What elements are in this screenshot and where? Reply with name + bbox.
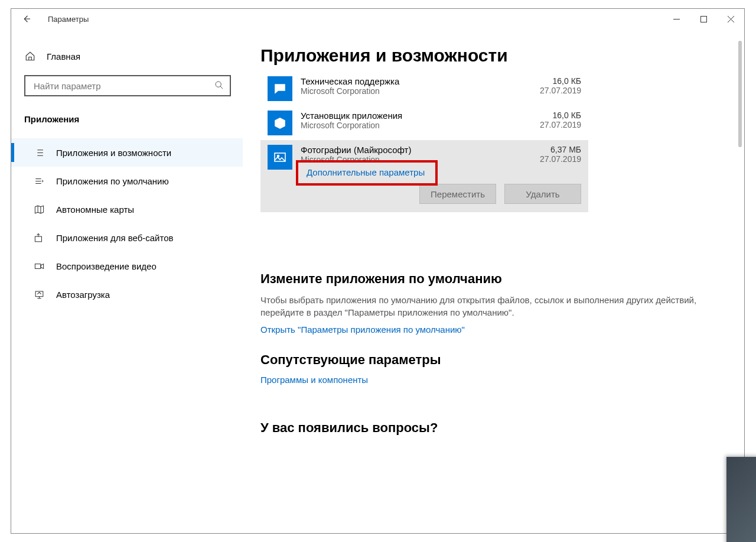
sidebar: Главная Приложения Приложения и возможно…	[11, 29, 243, 533]
window-controls	[663, 9, 744, 29]
default-apps-heading: Измените приложения по умолчанию	[260, 271, 726, 287]
move-button[interactable]: Переместить	[419, 184, 496, 204]
sidebar-item-video-playback[interactable]: Воспроизведение видео	[11, 252, 243, 280]
programs-components-link[interactable]: Программы и компоненты	[260, 375, 368, 385]
app-size: 16,0 КБ	[540, 76, 581, 86]
delete-button[interactable]: Удалить	[504, 184, 581, 204]
support-icon	[268, 76, 292, 101]
app-name: Техническая поддержка	[301, 76, 540, 86]
app-date: 27.07.2019	[540, 154, 581, 164]
map-icon	[32, 204, 45, 215]
svg-rect-19	[35, 264, 41, 268]
sidebar-item-offline-maps[interactable]: Автономные карты	[11, 195, 243, 223]
default-apps-icon	[32, 176, 45, 187]
sidebar-item-label: Воспроизведение видео	[56, 261, 157, 271]
video-icon	[32, 261, 45, 272]
app-size: 6,37 МБ	[540, 145, 581, 154]
highlight-box: Дополнительные параметры	[296, 160, 438, 186]
app-publisher: Microsoft Corporation	[301, 121, 540, 130]
section-heading: Приложения	[24, 114, 230, 124]
home-icon	[24, 51, 36, 61]
related-heading: Сопутствующие параметры	[260, 352, 726, 368]
sidebar-item-apps-features[interactable]: Приложения и возможности	[11, 138, 243, 167]
photos-icon	[268, 145, 292, 170]
app-size: 16,0 КБ	[540, 111, 581, 120]
settings-window: Параметры Главная Приложения	[11, 8, 745, 534]
overlapping-window-fragment	[726, 457, 756, 542]
startup-icon	[32, 289, 45, 300]
window-title: Параметры	[48, 15, 89, 24]
svg-rect-2	[700, 16, 706, 22]
app-date: 27.07.2019	[540, 120, 581, 129]
minimize-button[interactable]	[663, 9, 690, 29]
sidebar-item-apps-websites[interactable]: Приложения для веб-сайтов	[11, 223, 243, 252]
maximize-button[interactable]	[690, 9, 717, 29]
app-item-selected[interactable]: Фотографии (Майкрософт) Microsoft Corpor…	[260, 140, 588, 180]
home-label: Главная	[47, 51, 80, 61]
sidebar-item-label: Приложения и возможности	[56, 148, 171, 158]
sidebar-item-label: Автономные карты	[56, 205, 134, 215]
search-input[interactable]	[34, 81, 214, 91]
app-list: Техническая поддержка Microsoft Corporat…	[260, 72, 588, 212]
search-icon	[214, 80, 224, 92]
svg-point-5	[216, 82, 221, 87]
app-name: Фотографии (Майкрософт)	[301, 145, 540, 155]
sidebar-item-startup[interactable]: Автозагрузка	[11, 280, 243, 309]
app-item[interactable]: Установщик приложения Microsoft Corporat…	[260, 106, 588, 140]
list-icon	[32, 147, 45, 158]
questions-heading: У вас появились вопросы?	[260, 420, 726, 436]
svg-marker-20	[40, 264, 43, 268]
search-box[interactable]	[24, 75, 231, 96]
home-link[interactable]: Главная	[24, 46, 230, 67]
back-button[interactable]	[17, 9, 36, 28]
installer-icon	[268, 111, 292, 135]
share-icon	[32, 232, 45, 244]
default-apps-para: Чтобы выбрать приложения по умолчанию дл…	[260, 294, 709, 319]
app-date: 27.07.2019	[540, 86, 581, 95]
svg-line-6	[220, 86, 223, 89]
titlebar: Параметры	[11, 9, 744, 29]
scrollbar[interactable]	[738, 41, 742, 147]
sidebar-item-default-apps[interactable]: Приложения по умолчанию	[11, 167, 243, 195]
sidebar-item-label: Приложения по умолчанию	[56, 176, 169, 186]
app-name: Установщик приложения	[301, 111, 540, 121]
svg-rect-18	[35, 236, 41, 242]
app-publisher: Microsoft Corporation	[301, 86, 540, 96]
content-area: Приложения и возможности Техническая под…	[243, 29, 744, 533]
advanced-options-link[interactable]: Дополнительные параметры	[307, 167, 425, 177]
app-item[interactable]: Техническая поддержка Microsoft Corporat…	[260, 72, 588, 106]
open-default-apps-link[interactable]: Открыть "Параметры приложения по умолчан…	[260, 324, 465, 335]
sidebar-item-label: Приложения для веб-сайтов	[56, 233, 174, 243]
page-heading: Приложения и возможности	[260, 46, 726, 66]
close-button[interactable]	[717, 9, 744, 29]
sidebar-item-label: Автозагрузка	[56, 290, 110, 300]
